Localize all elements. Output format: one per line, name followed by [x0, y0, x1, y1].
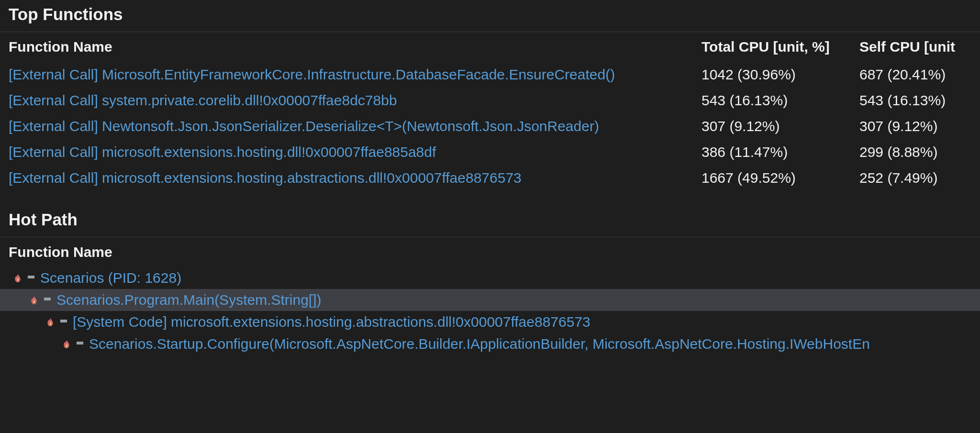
table-row[interactable]: [External Call] system.private.corelib.d…: [0, 88, 980, 113]
hot-path-table: Function Name Scenarios (PID: 1628)Scena…: [0, 237, 980, 355]
hot-path-function-link[interactable]: Scenarios (PID: 1628): [40, 270, 181, 286]
total-cpu-value: 1667 (49.52%): [699, 165, 857, 191]
self-cpu-value: 299 (8.88%): [857, 139, 980, 165]
flame-icon: [30, 296, 38, 304]
marker-icon: [28, 276, 34, 278]
top-functions-section: Top Functions Function Name Total CPU [u…: [0, 0, 980, 191]
function-name-link[interactable]: [External Call] system.private.corelib.d…: [9, 92, 397, 108]
section-gap: [0, 191, 980, 205]
hot-path-row[interactable]: Scenarios (PID: 1628): [0, 267, 980, 289]
marker-icon: [44, 298, 51, 300]
self-cpu-value: 307 (9.12%): [857, 113, 980, 139]
hot-path-column-header-function-name[interactable]: Function Name: [0, 237, 980, 267]
hot-path-function-link[interactable]: [System Code] microsoft.extensions.hosti…: [73, 314, 590, 330]
function-name-link[interactable]: [External Call] Microsoft.EntityFramewor…: [9, 67, 615, 82]
column-header-function-name[interactable]: Function Name: [0, 32, 699, 62]
hot-path-section: Hot Path Function Name Scenarios (PID: 1…: [0, 205, 980, 355]
table-row[interactable]: [External Call] Newtonsoft.Json.JsonSeri…: [0, 113, 980, 139]
hot-path-function-link[interactable]: Scenarios.Startup.Configure(Microsoft.As…: [89, 336, 870, 352]
column-header-total-cpu[interactable]: Total CPU [unit, %]: [699, 32, 857, 62]
self-cpu-value: 543 (16.13%): [857, 88, 980, 113]
table-row[interactable]: [External Call] Microsoft.EntityFramewor…: [0, 62, 980, 88]
flame-icon: [62, 340, 71, 348]
self-cpu-value: 687 (20.41%): [857, 62, 980, 88]
function-name-link[interactable]: [External Call] Newtonsoft.Json.JsonSeri…: [9, 118, 599, 134]
top-functions-table: Function Name Total CPU [unit, %] Self C…: [0, 32, 980, 191]
function-name-link[interactable]: [External Call] microsoft.extensions.hos…: [9, 170, 522, 186]
total-cpu-value: 543 (16.13%): [699, 88, 857, 113]
flame-icon: [13, 274, 22, 282]
total-cpu-value: 307 (9.12%): [699, 113, 857, 139]
hot-path-row[interactable]: Scenarios.Startup.Configure(Microsoft.As…: [0, 333, 980, 355]
function-name-link[interactable]: [External Call] microsoft.extensions.hos…: [9, 144, 436, 160]
hot-path-row[interactable]: [System Code] microsoft.extensions.hosti…: [0, 311, 980, 333]
total-cpu-value: 1042 (30.96%): [699, 62, 857, 88]
flame-icon: [46, 318, 55, 326]
column-header-self-cpu[interactable]: Self CPU [unit: [857, 32, 980, 62]
marker-icon: [60, 320, 67, 322]
total-cpu-value: 386 (11.47%): [699, 139, 857, 165]
top-functions-title: Top Functions: [0, 0, 980, 32]
table-row[interactable]: [External Call] microsoft.extensions.hos…: [0, 139, 980, 165]
hot-path-function-link[interactable]: Scenarios.Program.Main(System.String[]): [56, 292, 322, 308]
table-row[interactable]: [External Call] microsoft.extensions.hos…: [0, 165, 980, 191]
self-cpu-value: 252 (7.49%): [857, 165, 980, 191]
hot-path-title: Hot Path: [0, 205, 980, 237]
hot-path-row[interactable]: Scenarios.Program.Main(System.String[]): [0, 289, 980, 311]
marker-icon: [77, 342, 83, 344]
